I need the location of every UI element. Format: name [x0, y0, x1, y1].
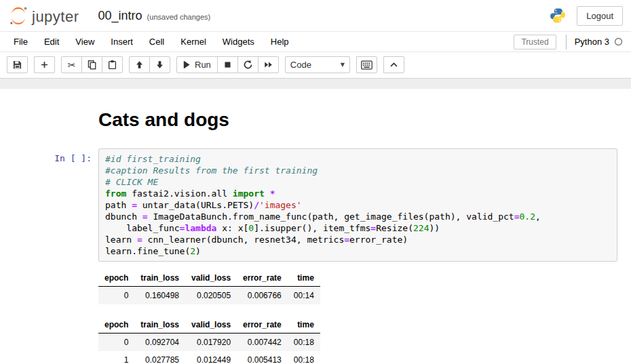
table-cell: 0.005413: [237, 351, 288, 364]
cut-icon: ✂: [68, 60, 76, 70]
table-header: train_loss: [134, 317, 185, 333]
code-line: label_func=lambda x: x[0].isupper(), ite…: [105, 222, 611, 234]
run-button-label: Run: [195, 60, 211, 70]
menubar: File Edit View Insert Cell Kernel Widget…: [0, 31, 631, 52]
checkpoint-status: (unsaved changes): [147, 13, 211, 21]
markdown-cell[interactable]: Cats and dogs: [98, 109, 617, 131]
paste-icon: [107, 60, 117, 70]
code-token: =: [132, 200, 137, 210]
header-right: Logout: [550, 6, 623, 26]
python-logo-icon: [550, 7, 566, 24]
menu-cell[interactable]: Cell: [141, 32, 172, 52]
interrupt-kernel-button[interactable]: [217, 56, 238, 73]
cell-type-dropdown[interactable]: Code ▼: [285, 56, 350, 73]
notebook-container: Cats and dogs In [ ]: #id first_training…: [0, 89, 631, 364]
code-line: learn.fine_tune(2): [105, 245, 611, 257]
code-token: *: [270, 188, 275, 199]
notebook-title[interactable]: 00_intro: [98, 9, 142, 23]
code-token: =: [370, 223, 376, 233]
menu-edit[interactable]: Edit: [36, 32, 67, 52]
code-line: path = untar_data(URLs.PETS)/'images': [105, 199, 611, 211]
table-cell: 0.160498: [134, 287, 185, 305]
table-header: epoch: [98, 317, 134, 333]
table-cell: 00:18: [288, 333, 320, 352]
code-token: lambda: [185, 223, 216, 233]
code-token: )): [429, 223, 440, 233]
restart-icon: [243, 60, 253, 70]
code-token: #id first_training: [105, 154, 201, 164]
menu-help[interactable]: Help: [263, 32, 297, 52]
code-token: 0: [248, 223, 254, 233]
menu-kernel[interactable]: Kernel: [172, 32, 214, 52]
jupyter-logo[interactable]: jupyter: [8, 5, 79, 26]
cut-cell-button[interactable]: ✂: [61, 56, 82, 73]
code-token: x: x[: [216, 223, 248, 233]
code-input-area[interactable]: #id first_training#caption Results from …: [98, 148, 617, 262]
command-palette-button[interactable]: [356, 56, 377, 73]
run-button[interactable]: Run: [176, 56, 218, 73]
restart-kernel-button[interactable]: [237, 56, 259, 73]
logout-button[interactable]: Logout: [577, 6, 623, 26]
table-header: valid_loss: [185, 317, 237, 333]
kernel-name: Python 3: [575, 37, 609, 47]
code-token: =: [344, 235, 349, 245]
table-header: valid_loss: [185, 270, 237, 287]
table-cell: 0.007442: [237, 333, 288, 352]
table-cell: 0: [98, 333, 134, 352]
table-row: 00.1604980.0205050.00676600:14: [98, 287, 320, 305]
notebook-heading: Cats and dogs: [98, 109, 617, 131]
training-results-table-1: epochtrain_lossvalid_losserror_ratetime0…: [98, 270, 320, 304]
table-cell: 0.027785: [134, 351, 185, 364]
paste-cell-button[interactable]: [102, 56, 123, 73]
input-prompt: In [ ]:: [0, 148, 98, 262]
insert-cell-button[interactable]: [34, 56, 55, 73]
table-cell: 0.006766: [237, 287, 288, 305]
table-header: time: [288, 317, 320, 333]
code-cell: In [ ]: #id first_training#caption Resul…: [0, 148, 617, 262]
table-cell: 00:18: [288, 351, 320, 364]
code-token: label_func: [105, 223, 180, 233]
toolbar: ✂: [0, 52, 631, 79]
code-token: path: [105, 200, 132, 210]
plus-icon: [40, 60, 49, 69]
code-line: from fastai2.vision.all import *: [105, 188, 611, 199]
copy-cell-button[interactable]: [81, 56, 102, 73]
menu-widgets[interactable]: Widgets: [214, 32, 263, 52]
menu-insert[interactable]: Insert: [102, 32, 141, 52]
code-token: # CLICK ME: [105, 177, 158, 187]
code-token: =: [142, 211, 148, 222]
collapse-toolbar-button[interactable]: [383, 56, 404, 73]
code-token: error_rate): [349, 235, 408, 245]
training-results-table-2: epochtrain_lossvalid_losserror_ratetime0…: [98, 317, 320, 364]
table-header: epoch: [98, 270, 134, 287]
table-header: time: [288, 270, 320, 287]
menu-file[interactable]: File: [5, 32, 36, 52]
move-cell-down-button[interactable]: [149, 56, 170, 73]
chevron-up-icon: [389, 61, 398, 68]
restart-run-all-button[interactable]: [258, 56, 279, 73]
code-token: /: [254, 200, 259, 210]
trusted-badge[interactable]: Trusted: [514, 35, 556, 49]
table-row: 10.0277850.0124490.00541300:18: [98, 351, 320, 364]
code-token: =: [514, 211, 520, 222]
cell-type-value: Code: [290, 60, 311, 70]
table-header-row: epochtrain_lossvalid_losserror_ratetime: [98, 317, 320, 333]
jupyter-wordmark: jupyter: [32, 9, 79, 26]
table-cell: 00:14: [288, 287, 320, 305]
table-header: error_rate: [237, 270, 288, 287]
jupyter-logo-icon: [8, 5, 28, 26]
move-cell-up-button[interactable]: [129, 56, 150, 73]
table-cell: 0.012449: [185, 351, 237, 364]
header: jupyter 00_intro (unsaved changes) Logou…: [0, 0, 631, 31]
code-token: from: [105, 188, 126, 199]
code-token: dbunch: [105, 211, 142, 222]
code-line: learn = cnn_learner(dbunch, resnet34, me…: [105, 234, 611, 245]
code-token: untar_data(URLs.PETS): [137, 200, 254, 210]
save-button[interactable]: [7, 56, 28, 73]
table-row: 00.0927040.0179200.00744200:18: [98, 333, 320, 352]
menu-view[interactable]: View: [67, 32, 102, 52]
arrow-down-icon: [155, 60, 164, 69]
table-cell: 0.020505: [185, 287, 237, 305]
code-token: Resize(: [376, 223, 413, 233]
kernel-block: Python 3: [566, 35, 623, 49]
